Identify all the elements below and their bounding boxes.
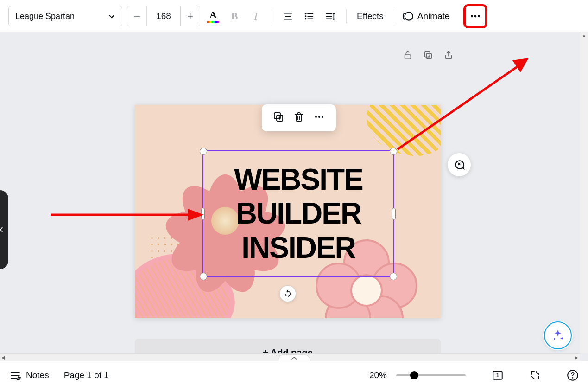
bold-button[interactable]: B xyxy=(226,7,243,26)
svg-point-0 xyxy=(305,13,307,15)
grid-view-icon: 1 xyxy=(492,369,504,381)
expand-tab[interactable] xyxy=(278,354,310,361)
list-button[interactable] xyxy=(301,7,317,26)
notes-label: Notes xyxy=(26,370,49,380)
text-color-bar-icon xyxy=(207,21,219,23)
grid-view-button[interactable]: 1 xyxy=(492,369,504,381)
annotation-arrow-horizontal xyxy=(51,208,204,222)
svg-point-17 xyxy=(318,116,320,118)
notes-icon xyxy=(9,369,21,381)
divider xyxy=(346,9,347,23)
svg-point-2 xyxy=(305,18,307,20)
vertical-scrollbar[interactable]: ▲ xyxy=(580,32,588,353)
more-icon xyxy=(469,10,481,22)
chevron-up-icon xyxy=(291,356,297,360)
resize-handle-sw[interactable] xyxy=(200,273,207,280)
context-more-button[interactable] xyxy=(314,111,325,124)
bottom-bar: Notes Page 1 of 1 20% 1 xyxy=(0,361,588,389)
svg-point-23 xyxy=(572,377,574,379)
zoom-slider-thumb[interactable] xyxy=(410,371,418,379)
help-button[interactable] xyxy=(567,369,579,381)
spacing-icon xyxy=(325,11,335,21)
spacing-button[interactable] xyxy=(322,7,339,26)
side-panel-toggle[interactable] xyxy=(0,190,8,269)
text-color-button[interactable]: A xyxy=(205,7,221,26)
annotation-arrow-diagonal xyxy=(393,57,529,154)
canvas-area: + WEBSITE xyxy=(0,32,588,361)
svg-point-18 xyxy=(322,116,323,118)
comment-icon: + xyxy=(453,159,465,171)
animate-icon xyxy=(402,10,414,22)
svg-point-3 xyxy=(405,12,412,20)
selected-text-box[interactable]: WEBSITE BUILDER INSIDER xyxy=(203,151,393,276)
svg-marker-10 xyxy=(512,58,529,72)
divider xyxy=(272,9,272,23)
font-size-group: – + xyxy=(127,6,200,26)
text-toolbar: League Spartan – + A B I Effects Animate xyxy=(0,0,588,32)
svg-point-6 xyxy=(478,15,481,18)
more-icon xyxy=(314,111,325,122)
font-size-decrease-button[interactable]: – xyxy=(127,6,147,26)
assist-button[interactable] xyxy=(544,321,572,349)
align-button[interactable] xyxy=(279,7,296,26)
context-delete-button[interactable] xyxy=(293,111,304,124)
fullscreen-button[interactable] xyxy=(530,370,541,381)
svg-marker-8 xyxy=(188,209,204,221)
text-color-a-icon: A xyxy=(209,10,217,20)
font-family-select[interactable]: League Spartan xyxy=(8,6,122,26)
chevron-down-icon xyxy=(108,13,115,20)
text-content[interactable]: WEBSITE BUILDER INSIDER xyxy=(234,163,363,265)
svg-point-4 xyxy=(471,15,473,18)
svg-line-9 xyxy=(398,67,517,149)
align-icon xyxy=(283,11,293,21)
notes-button[interactable]: Notes xyxy=(9,369,49,381)
zoom-controls: 20% xyxy=(369,370,466,380)
font-size-increase-button[interactable]: + xyxy=(180,6,200,26)
animate-label: Animate xyxy=(417,11,450,21)
svg-text:+: + xyxy=(461,160,463,164)
comment-button[interactable]: + xyxy=(448,153,471,176)
chevron-left-icon xyxy=(0,226,4,233)
effects-button[interactable]: Effects xyxy=(354,7,386,25)
scroll-right-icon: ▶ xyxy=(573,355,580,360)
svg-point-1 xyxy=(305,15,307,17)
context-duplicate-button[interactable] xyxy=(273,111,284,124)
element-context-menu xyxy=(262,104,336,131)
scroll-up-icon: ▲ xyxy=(580,32,588,39)
svg-point-16 xyxy=(315,116,317,118)
font-name-label: League Spartan xyxy=(15,12,75,21)
svg-point-5 xyxy=(474,15,477,18)
help-icon xyxy=(567,369,579,381)
list-icon xyxy=(304,11,314,21)
sparkle-icon xyxy=(551,328,565,342)
resize-handle-se[interactable] xyxy=(390,273,397,280)
scroll-left-icon: ◀ xyxy=(0,355,6,360)
italic-button[interactable]: I xyxy=(247,7,264,26)
fullscreen-icon xyxy=(530,370,541,381)
duplicate-icon xyxy=(273,111,284,122)
animate-button[interactable]: Animate xyxy=(402,10,450,22)
page-indicator[interactable]: Page 1 of 1 xyxy=(64,370,109,380)
zoom-level-label[interactable]: 20% xyxy=(369,370,387,380)
rotate-icon xyxy=(284,289,292,298)
divider xyxy=(394,9,394,23)
font-size-input[interactable] xyxy=(147,6,180,26)
resize-handle-e[interactable] xyxy=(392,208,396,220)
more-button[interactable] xyxy=(465,6,486,26)
zoom-slider[interactable] xyxy=(396,374,466,376)
resize-handle-nw[interactable] xyxy=(200,148,207,155)
svg-text:1: 1 xyxy=(496,372,499,379)
rotate-handle[interactable] xyxy=(279,285,296,302)
trash-icon xyxy=(293,111,304,122)
